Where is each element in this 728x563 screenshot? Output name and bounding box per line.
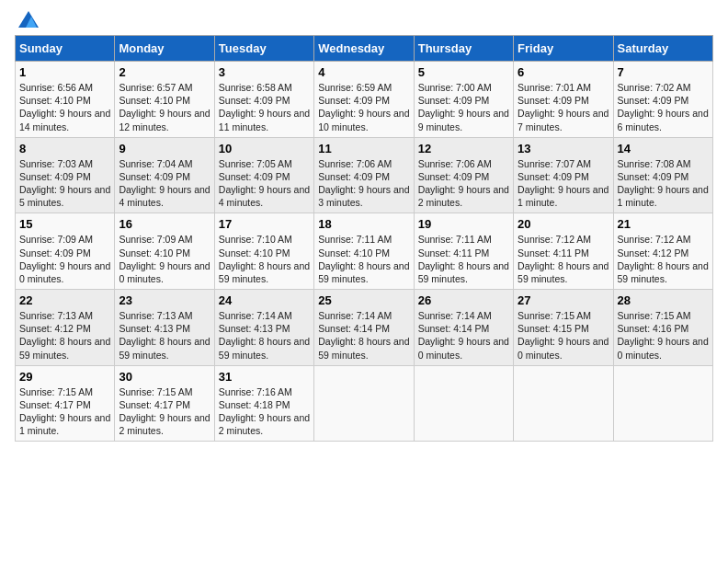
day-number: 6 bbox=[518, 65, 609, 79]
calendar-cell: 11Sunrise: 7:06 AMSunset: 4:09 PMDayligh… bbox=[314, 137, 414, 213]
day-number: 8 bbox=[19, 142, 110, 155]
day-info: Sunrise: 7:13 AMSunset: 4:12 PMDaylight:… bbox=[19, 310, 110, 361]
day-number: 2 bbox=[119, 65, 210, 79]
calendar-cell bbox=[514, 365, 613, 442]
header-monday: Monday bbox=[115, 36, 214, 62]
day-info: Sunrise: 7:09 AMSunset: 4:09 PMDaylight:… bbox=[19, 234, 110, 284]
day-info: Sunrise: 7:14 AMSunset: 4:14 PMDaylight:… bbox=[418, 310, 509, 361]
day-info: Sunrise: 7:00 AMSunset: 4:09 PMDaylight:… bbox=[418, 82, 509, 132]
day-info: Sunrise: 7:11 AMSunset: 4:11 PMDaylight:… bbox=[418, 234, 509, 284]
logo bbox=[15, 15, 39, 28]
calendar-cell: 22Sunrise: 7:13 AMSunset: 4:12 PMDayligh… bbox=[16, 290, 115, 366]
calendar-cell bbox=[414, 365, 513, 442]
calendar-cell: 25Sunrise: 7:14 AMSunset: 4:14 PMDayligh… bbox=[314, 290, 414, 366]
day-info: Sunrise: 7:14 AMSunset: 4:14 PMDaylight:… bbox=[318, 310, 409, 361]
calendar-cell: 4Sunrise: 6:59 AMSunset: 4:09 PMDaylight… bbox=[314, 62, 414, 138]
calendar-cell: 26Sunrise: 7:14 AMSunset: 4:14 PMDayligh… bbox=[414, 290, 513, 366]
day-info: Sunrise: 7:15 AMSunset: 4:17 PMDaylight:… bbox=[119, 386, 210, 437]
day-info: Sunrise: 7:05 AMSunset: 4:09 PMDaylight:… bbox=[219, 158, 310, 209]
day-info: Sunrise: 7:09 AMSunset: 4:10 PMDaylight:… bbox=[119, 234, 210, 284]
calendar-table: SundayMondayTuesdayWednesdayThursdayFrid… bbox=[15, 35, 713, 442]
day-info: Sunrise: 6:59 AMSunset: 4:09 PMDaylight:… bbox=[318, 82, 409, 132]
day-number: 27 bbox=[518, 293, 609, 307]
calendar-cell bbox=[613, 365, 712, 442]
day-number: 11 bbox=[318, 142, 409, 155]
day-info: Sunrise: 7:08 AMSunset: 4:09 PMDaylight:… bbox=[618, 158, 709, 209]
day-number: 19 bbox=[418, 217, 509, 231]
day-info: Sunrise: 7:12 AMSunset: 4:11 PMDaylight:… bbox=[518, 234, 609, 284]
calendar-cell: 3Sunrise: 6:58 AMSunset: 4:09 PMDaylight… bbox=[214, 62, 313, 138]
calendar-cell: 27Sunrise: 7:15 AMSunset: 4:15 PMDayligh… bbox=[514, 290, 613, 366]
calendar-cell: 21Sunrise: 7:12 AMSunset: 4:12 PMDayligh… bbox=[613, 213, 712, 290]
day-info: Sunrise: 7:06 AMSunset: 4:09 PMDaylight:… bbox=[318, 158, 409, 209]
calendar-cell: 15Sunrise: 7:09 AMSunset: 4:09 PMDayligh… bbox=[16, 213, 115, 290]
day-number: 12 bbox=[418, 142, 509, 155]
header-tuesday: Tuesday bbox=[214, 36, 313, 62]
calendar-cell: 17Sunrise: 7:10 AMSunset: 4:10 PMDayligh… bbox=[214, 213, 313, 290]
calendar-week-row: 15Sunrise: 7:09 AMSunset: 4:09 PMDayligh… bbox=[16, 213, 713, 290]
day-info: Sunrise: 7:02 AMSunset: 4:09 PMDaylight:… bbox=[618, 82, 709, 132]
calendar-cell: 24Sunrise: 7:14 AMSunset: 4:13 PMDayligh… bbox=[214, 290, 313, 366]
day-number: 16 bbox=[119, 217, 210, 231]
day-info: Sunrise: 7:16 AMSunset: 4:18 PMDaylight:… bbox=[219, 386, 310, 437]
day-info: Sunrise: 7:10 AMSunset: 4:10 PMDaylight:… bbox=[219, 234, 310, 284]
header-sunday: Sunday bbox=[16, 36, 115, 62]
calendar-cell: 10Sunrise: 7:05 AMSunset: 4:09 PMDayligh… bbox=[214, 137, 313, 213]
header-wednesday: Wednesday bbox=[314, 36, 414, 62]
calendar-cell: 6Sunrise: 7:01 AMSunset: 4:09 PMDaylight… bbox=[514, 62, 613, 138]
calendar-cell: 20Sunrise: 7:12 AMSunset: 4:11 PMDayligh… bbox=[514, 213, 613, 290]
day-number: 17 bbox=[219, 217, 310, 231]
calendar-cell: 19Sunrise: 7:11 AMSunset: 4:11 PMDayligh… bbox=[414, 213, 513, 290]
calendar-cell: 2Sunrise: 6:57 AMSunset: 4:10 PMDaylight… bbox=[115, 62, 214, 138]
calendar-cell: 18Sunrise: 7:11 AMSunset: 4:10 PMDayligh… bbox=[314, 213, 414, 290]
calendar-cell: 12Sunrise: 7:06 AMSunset: 4:09 PMDayligh… bbox=[414, 137, 513, 213]
calendar-cell bbox=[314, 365, 414, 442]
day-number: 13 bbox=[518, 142, 609, 155]
calendar-week-row: 22Sunrise: 7:13 AMSunset: 4:12 PMDayligh… bbox=[16, 290, 713, 366]
day-info: Sunrise: 6:58 AMSunset: 4:09 PMDaylight:… bbox=[219, 82, 310, 132]
day-number: 15 bbox=[19, 217, 110, 231]
header bbox=[15, 15, 713, 28]
day-number: 25 bbox=[318, 293, 409, 307]
day-number: 9 bbox=[119, 142, 210, 155]
day-number: 10 bbox=[219, 142, 310, 155]
day-info: Sunrise: 7:12 AMSunset: 4:12 PMDaylight:… bbox=[618, 234, 709, 284]
calendar-cell: 28Sunrise: 7:15 AMSunset: 4:16 PMDayligh… bbox=[613, 290, 712, 366]
day-number: 24 bbox=[219, 293, 310, 307]
header-friday: Friday bbox=[514, 36, 613, 62]
calendar-header-row: SundayMondayTuesdayWednesdayThursdayFrid… bbox=[16, 36, 713, 62]
day-number: 22 bbox=[19, 293, 110, 307]
day-number: 7 bbox=[618, 65, 709, 79]
day-number: 23 bbox=[119, 293, 210, 307]
calendar-cell: 5Sunrise: 7:00 AMSunset: 4:09 PMDaylight… bbox=[414, 62, 513, 138]
calendar-cell: 29Sunrise: 7:15 AMSunset: 4:17 PMDayligh… bbox=[16, 365, 115, 442]
day-number: 21 bbox=[618, 217, 709, 231]
header-saturday: Saturday bbox=[613, 36, 712, 62]
header-thursday: Thursday bbox=[414, 36, 513, 62]
day-number: 30 bbox=[119, 370, 210, 384]
calendar-week-row: 29Sunrise: 7:15 AMSunset: 4:17 PMDayligh… bbox=[16, 365, 713, 442]
calendar-cell: 8Sunrise: 7:03 AMSunset: 4:09 PMDaylight… bbox=[16, 137, 115, 213]
calendar-week-row: 1Sunrise: 6:56 AMSunset: 4:10 PMDaylight… bbox=[16, 62, 713, 138]
day-info: Sunrise: 7:15 AMSunset: 4:16 PMDaylight:… bbox=[618, 310, 709, 361]
calendar-cell: 23Sunrise: 7:13 AMSunset: 4:13 PMDayligh… bbox=[115, 290, 214, 366]
calendar-cell: 9Sunrise: 7:04 AMSunset: 4:09 PMDaylight… bbox=[115, 137, 214, 213]
day-number: 5 bbox=[418, 65, 509, 79]
day-info: Sunrise: 7:13 AMSunset: 4:13 PMDaylight:… bbox=[119, 310, 210, 361]
day-number: 26 bbox=[418, 293, 509, 307]
day-number: 1 bbox=[19, 65, 110, 79]
day-info: Sunrise: 7:01 AMSunset: 4:09 PMDaylight:… bbox=[518, 82, 609, 132]
day-number: 28 bbox=[618, 293, 709, 307]
logo-icon bbox=[18, 11, 39, 28]
calendar-week-row: 8Sunrise: 7:03 AMSunset: 4:09 PMDaylight… bbox=[16, 137, 713, 213]
day-info: Sunrise: 6:57 AMSunset: 4:10 PMDaylight:… bbox=[119, 82, 210, 132]
day-info: Sunrise: 7:11 AMSunset: 4:10 PMDaylight:… bbox=[318, 234, 409, 284]
calendar-cell: 14Sunrise: 7:08 AMSunset: 4:09 PMDayligh… bbox=[613, 137, 712, 213]
calendar-cell: 13Sunrise: 7:07 AMSunset: 4:09 PMDayligh… bbox=[514, 137, 613, 213]
day-info: Sunrise: 7:07 AMSunset: 4:09 PMDaylight:… bbox=[518, 158, 609, 209]
day-number: 29 bbox=[19, 370, 110, 384]
day-number: 20 bbox=[518, 217, 609, 231]
day-number: 18 bbox=[318, 217, 409, 231]
calendar-cell: 7Sunrise: 7:02 AMSunset: 4:09 PMDaylight… bbox=[613, 62, 712, 138]
day-number: 4 bbox=[318, 65, 409, 79]
